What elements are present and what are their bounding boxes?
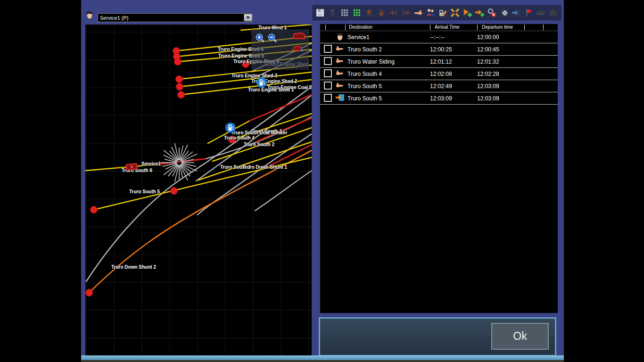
door-enter-icon[interactable] bbox=[512, 8, 521, 17]
desktop-sliver bbox=[81, 360, 564, 362]
arrow-plus-icon[interactable] bbox=[475, 8, 484, 17]
timetable-row[interactable]: Truro Water Siding12:01:1212:01:32 bbox=[320, 56, 558, 68]
stop-dot[interactable] bbox=[242, 61, 249, 68]
chevron-down-icon bbox=[246, 16, 250, 19]
row-arrival: 12:00:25 bbox=[430, 46, 477, 53]
ok-button[interactable]: Ok bbox=[491, 323, 549, 350]
timetable-header: Destination Arrival Time Departure time bbox=[320, 24, 558, 31]
timetable-row[interactable]: Truro South 512:02:4912:03:09 bbox=[320, 80, 558, 92]
arrow-up-icon[interactable] bbox=[364, 8, 374, 17]
pointing-hand-icon[interactable] bbox=[413, 8, 423, 17]
arrow-down-icon[interactable] bbox=[377, 8, 386, 17]
driver-icon bbox=[335, 31, 347, 43]
col-departure-time: Departure time bbox=[482, 25, 513, 30]
pointing-hand-icon bbox=[335, 57, 347, 66]
row-departure: 12:03:09 bbox=[477, 83, 524, 90]
row-destination: Truro South 4 bbox=[347, 71, 430, 77]
grid-gray-icon[interactable] bbox=[340, 8, 349, 17]
row-departure: 12:00:00 bbox=[477, 34, 524, 41]
row-arrival: --:--:-- bbox=[430, 34, 477, 41]
row-checkbox[interactable] bbox=[324, 69, 332, 77]
zoom-in-button[interactable] bbox=[256, 33, 265, 43]
row-destination: Truro South 2 bbox=[347, 46, 430, 53]
row-checkbox[interactable] bbox=[324, 45, 332, 53]
toolbar bbox=[313, 5, 561, 20]
row-arrival: 12:02:49 bbox=[430, 83, 477, 90]
row-destination: Truro South 5 bbox=[347, 83, 430, 90]
search-remove-icon[interactable] bbox=[487, 8, 496, 17]
track-map[interactable]: Truro West 1Truro Engine Shed 6Truro Eng… bbox=[85, 25, 312, 355]
service-dropdown-value: Service1 (P) bbox=[98, 15, 244, 21]
stop-dot[interactable] bbox=[229, 136, 236, 143]
consist-marker-small-icon[interactable] bbox=[292, 45, 304, 54]
fuel-pump-edit-icon[interactable] bbox=[438, 8, 447, 17]
row-departure: 12:03:09 bbox=[477, 95, 524, 102]
fuel-point-icon[interactable] bbox=[256, 77, 267, 88]
passengers-icon[interactable] bbox=[426, 8, 435, 17]
platform-icon[interactable] bbox=[536, 8, 545, 17]
arrow-bar-left-icon[interactable] bbox=[401, 8, 411, 17]
screen: Service1 (P) bbox=[0, 0, 644, 362]
train-marker[interactable]: 1 bbox=[125, 163, 138, 171]
row-checkbox[interactable] bbox=[324, 82, 332, 90]
row-destination: Truro Water Siding bbox=[347, 58, 430, 65]
grid-green-icon[interactable] bbox=[352, 8, 362, 17]
row-arrival: 12:01:12 bbox=[430, 58, 477, 65]
timetable-row[interactable]: Truro South 412:02:0812:02:28 bbox=[320, 68, 558, 80]
trash-icon[interactable] bbox=[328, 8, 337, 17]
row-arrival: 12:03:09 bbox=[430, 95, 477, 102]
row-destination: Truro South 5 bbox=[347, 95, 430, 102]
zoom-out-button[interactable] bbox=[268, 33, 277, 43]
play-plus-icon[interactable] bbox=[462, 8, 472, 17]
stop-dot[interactable] bbox=[176, 76, 183, 83]
map-zoom-panel bbox=[251, 29, 309, 70]
footer-panel: Ok bbox=[319, 317, 556, 356]
expand-cross-icon[interactable] bbox=[450, 8, 460, 17]
driver-icon bbox=[85, 9, 96, 22]
arrow-bar-right-icon[interactable] bbox=[389, 8, 398, 17]
row-destination: Service1 bbox=[347, 34, 430, 41]
stop-dot[interactable] bbox=[178, 91, 185, 99]
timetable-panel: Destination Arrival Time Departure time … bbox=[320, 24, 558, 313]
pointing-hand-icon bbox=[335, 69, 347, 78]
scenario-editor-window: Service1 (P) bbox=[81, 0, 564, 360]
service-dropdown[interactable]: Service1 (P) bbox=[98, 13, 252, 22]
timetable-row[interactable]: Truro South 512:03:0912:03:09 bbox=[320, 92, 558, 105]
row-departure: 12:02:28 bbox=[477, 71, 524, 77]
timetable-row[interactable]: Truro South 212:00:2512:00:45 bbox=[320, 43, 558, 56]
row-departure: 12:00:45 bbox=[477, 46, 524, 53]
row-checkbox[interactable] bbox=[324, 57, 332, 65]
timetable-row[interactable]: Service1--:--:--12:00:00 bbox=[320, 31, 558, 43]
col-arrival-time: Arrival Time bbox=[435, 25, 460, 30]
stop-dot[interactable] bbox=[176, 83, 183, 90]
pointing-hand-icon bbox=[335, 82, 347, 90]
consist-marker-icon[interactable] bbox=[292, 32, 306, 42]
fuel-point-icon[interactable] bbox=[225, 122, 236, 133]
stop-dot[interactable] bbox=[171, 188, 178, 195]
arrow-into-siding-icon bbox=[335, 93, 347, 103]
timetable-rows: Service1--:--:--12:00:00Truro South 212:… bbox=[320, 31, 558, 105]
stop-dot[interactable] bbox=[174, 58, 182, 66]
dropdown-arrow-button[interactable] bbox=[244, 14, 252, 21]
pointing-hand-icon bbox=[335, 45, 347, 54]
col-destination: Destination bbox=[349, 25, 372, 30]
red-flag-icon[interactable] bbox=[524, 8, 533, 17]
window-bottom-border bbox=[81, 355, 564, 360]
book-gear-icon[interactable] bbox=[499, 8, 509, 17]
stop-dot[interactable] bbox=[91, 206, 98, 214]
save-icon[interactable] bbox=[315, 8, 325, 17]
row-arrival: 12:02:08 bbox=[430, 71, 477, 77]
shed-icon[interactable] bbox=[548, 8, 558, 17]
track-map-canvas bbox=[85, 25, 312, 355]
row-checkbox[interactable] bbox=[324, 94, 332, 102]
row-departure: 12:01:32 bbox=[477, 58, 524, 65]
stop-dot[interactable] bbox=[86, 289, 93, 296]
